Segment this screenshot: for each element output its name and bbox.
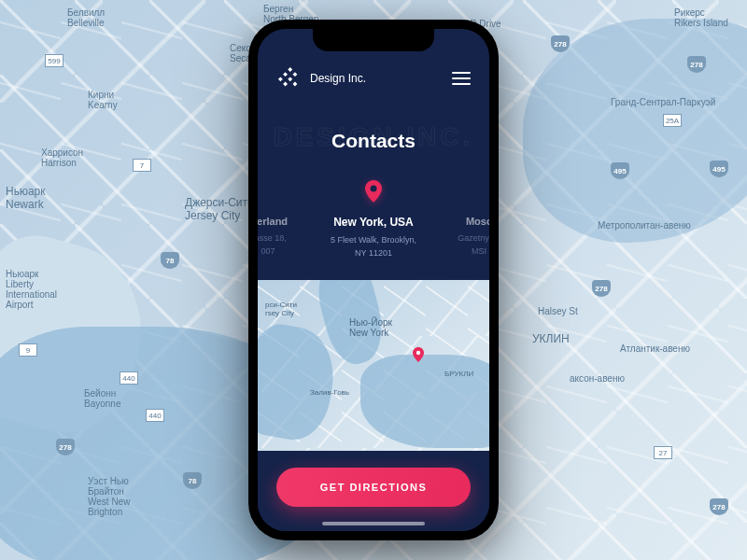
route-marker-icon: 7 (133, 159, 151, 172)
svg-rect-4 (288, 67, 292, 72)
map-label: Бейонн Bayonne (84, 388, 120, 409)
map-label: Ньюарк Newark (6, 185, 46, 211)
brand-name: Design Inc. (310, 72, 366, 85)
mini-map-label: Залив-Говь (310, 388, 349, 397)
route-shield-icon: 278 (56, 439, 75, 455)
brand[interactable]: Design Inc. (276, 66, 366, 91)
map-label: Белвилл Belleville (67, 7, 105, 28)
home-indicator[interactable] (322, 522, 425, 525)
route-marker-icon: 440 (146, 409, 164, 422)
app-root: Design Inc. DESIGN INC. Contacts tzerlan… (258, 29, 489, 531)
hamburger-menu-icon[interactable] (452, 72, 471, 85)
mini-map-label: Нью-Йорк New York (349, 317, 392, 338)
map-label: Уэст Нью Брайтон West New Brighton (88, 476, 130, 517)
route-shield-icon: 495 (611, 162, 629, 179)
map-label: Атлантик-авеню (620, 343, 690, 354)
route-marker-icon: 25A (663, 114, 682, 127)
map-label: Рикерс Rikers Island (674, 7, 728, 28)
map-label: Halsey St (538, 306, 578, 316)
route-shield-icon: 78 (183, 472, 202, 489)
get-directions-button[interactable]: GET DIRECTIONS (276, 468, 471, 507)
mini-map[interactable]: рси-Сити rsey CityНью-Йорк New YorkБРУКЛ… (258, 280, 489, 451)
map-label: аксон-авеню (570, 373, 625, 384)
route-shield-icon: 278 (687, 56, 706, 73)
route-marker-icon: 440 (120, 371, 138, 385)
mini-map-pin-icon (413, 347, 424, 366)
phone-notch (313, 29, 434, 51)
map-label: Гранд-Сентрал-Паркуэй (611, 97, 715, 107)
location-next[interactable]: Mosc Gazetnyy p MSI (446, 216, 489, 258)
phone-frame: Design Inc. DESIGN INC. Contacts tzerlan… (248, 20, 499, 540)
svg-rect-6 (292, 82, 297, 87)
map-label: Джерси-Сити Jersey City (185, 196, 254, 222)
svg-rect-1 (283, 72, 288, 77)
mini-map-label: БРУКЛИ (444, 370, 473, 378)
route-marker-icon: 9 (19, 343, 37, 357)
map-label: Кирни Kearny (88, 90, 118, 110)
location-current[interactable]: New York, USA 5 Fleet Walk, Brooklyn, NY… (317, 216, 430, 259)
locations-carousel[interactable]: tzerland trasse 18, 007 New York, USA 5 … (258, 216, 489, 259)
location-prev[interactable]: tzerland trasse 18, 007 (258, 216, 301, 258)
location-pin-icon (258, 180, 489, 203)
brand-logo-icon (276, 66, 301, 91)
map-label: Метрополитан-авеню (598, 220, 691, 231)
map-label: УКЛИН (532, 332, 570, 345)
route-shield-icon: 278 (592, 280, 611, 297)
mini-map-label: рси-Сити rsey City (265, 301, 297, 317)
svg-point-8 (416, 351, 420, 355)
route-shield-icon: 495 (710, 161, 728, 177)
svg-rect-3 (288, 77, 292, 81)
map-label: Харрисон Harrison (41, 147, 83, 168)
phone-screen: Design Inc. DESIGN INC. Contacts tzerlan… (258, 29, 489, 531)
ghost-title: DESIGN INC. (258, 122, 489, 152)
route-shield-icon: 278 (551, 35, 570, 52)
svg-rect-2 (283, 82, 288, 87)
bottom-bar: GET DIRECTIONS (258, 451, 489, 531)
map-label: Ньюарк Liberty International Airport (6, 269, 57, 310)
route-shield-icon: 278 (710, 498, 728, 515)
route-marker-icon: 27 (654, 446, 672, 459)
route-marker-icon: 599 (45, 54, 63, 67)
svg-rect-0 (278, 77, 283, 81)
svg-point-7 (371, 186, 377, 192)
svg-rect-5 (292, 72, 297, 77)
route-shield-icon: 78 (161, 252, 179, 269)
